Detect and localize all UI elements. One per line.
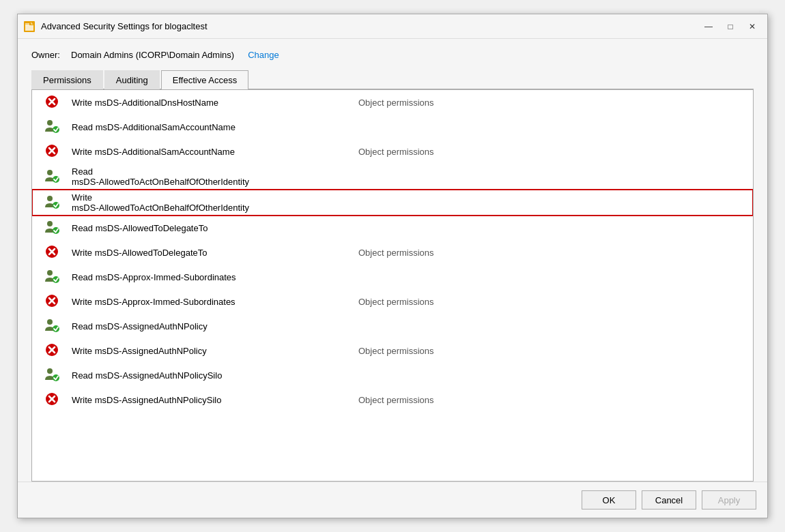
- row-icon-cell: [32, 338, 66, 363]
- svg-point-20: [47, 270, 53, 276]
- row-permission: Write msDS-AssignedAuthNPolicy: [66, 338, 353, 363]
- row-info: Object permissions: [353, 90, 753, 115]
- maximize-button[interactable]: □: [721, 20, 740, 33]
- table-row[interactable]: Write msDS-AdditionalSamAccountNameObjec…: [32, 139, 753, 164]
- allow-icon: [44, 168, 59, 183]
- row-permission: Read msDS-AssignedAuthNPolicy: [66, 314, 353, 338]
- owner-value: Domain Admins (ICORP\Domain Admins): [71, 50, 234, 60]
- window-title: Advanced Security Settings for blogaclte…: [41, 21, 699, 31]
- table-row[interactable]: Write msDS-AssignedAuthNPolicySiloObject…: [32, 387, 753, 412]
- ok-button[interactable]: OK: [582, 490, 636, 509]
- deny-icon: [44, 143, 59, 158]
- svg-point-13: [47, 196, 53, 201]
- row-icon-cell: [32, 90, 66, 115]
- row-icon-cell: [32, 164, 66, 190]
- row-icon-cell: [32, 289, 66, 314]
- svg-point-30: [47, 368, 53, 374]
- row-info: Object permissions: [353, 338, 753, 363]
- permissions-scroll[interactable]: Write msDS-AdditionalDnsHostNameObject p…: [32, 90, 753, 481]
- row-permission: Write msDS-AllowedToActOnBehalfOfOtherId…: [66, 190, 353, 216]
- table-row[interactable]: Read msDS-Approx-Immed-Subordinates: [32, 265, 753, 289]
- svg-point-6: [47, 120, 53, 125]
- row-icon-cell: [32, 265, 66, 289]
- table-row[interactable]: Write msDS-AssignedAuthNPolicyObject per…: [32, 338, 753, 363]
- table-row[interactable]: Write msDS-AllowedToDelegateToObject per…: [32, 240, 753, 265]
- main-window: Advanced Security Settings for blogaclte…: [17, 14, 768, 518]
- row-permission: Write msDS-AssignedAuthNPolicySilo: [66, 387, 353, 412]
- svg-rect-2: [25, 23, 29, 26]
- row-icon-cell: [32, 115, 66, 139]
- row-permission: Read msDS-AdditionalSamAccountName: [66, 115, 353, 139]
- row-icon-cell: [32, 387, 66, 412]
- deny-icon: [44, 244, 59, 259]
- svg-point-15: [47, 221, 53, 226]
- tab-effective-access[interactable]: Effective Access: [161, 70, 248, 89]
- deny-icon: [44, 342, 59, 357]
- apply-button[interactable]: Apply: [702, 490, 756, 509]
- row-info: [353, 164, 753, 190]
- tab-bar: Permissions Auditing Effective Access: [31, 70, 754, 89]
- row-info: Object permissions: [353, 240, 753, 265]
- table-row[interactable]: Write msDS-Approx-Immed-SubordinatesObje…: [32, 289, 753, 314]
- row-icon-cell: [32, 216, 66, 240]
- owner-row: Owner: Domain Admins (ICORP\Domain Admin…: [31, 50, 754, 60]
- table-row[interactable]: Write msDS-AdditionalDnsHostNameObject p…: [32, 90, 753, 115]
- close-button[interactable]: ✕: [743, 20, 762, 33]
- allow-icon: [44, 318, 59, 333]
- table-row[interactable]: Read msDS-AssignedAuthNPolicySilo: [32, 363, 753, 387]
- row-permission: Write msDS-AllowedToDelegateTo: [66, 240, 353, 265]
- row-info: [353, 216, 753, 240]
- row-permission: Write msDS-Approx-Immed-Subordinates: [66, 289, 353, 314]
- row-icon-cell: [32, 190, 66, 216]
- tab-auditing[interactable]: Auditing: [104, 70, 160, 89]
- row-icon-cell: [32, 363, 66, 387]
- row-info: [353, 314, 753, 338]
- permissions-table-container: Write msDS-AdditionalDnsHostNameObject p…: [31, 89, 754, 482]
- table-row[interactable]: Read msDS-AssignedAuthNPolicy: [32, 314, 753, 338]
- row-info: Object permissions: [353, 139, 753, 164]
- minimize-button[interactable]: —: [699, 20, 718, 33]
- allow-icon: [44, 119, 59, 134]
- row-icon-cell: [32, 139, 66, 164]
- window-controls: — □ ✕: [699, 20, 762, 33]
- row-permission: Read msDS-AllowedToActOnBehalfOfOtherIde…: [66, 164, 353, 190]
- allow-icon: [44, 367, 59, 382]
- table-row[interactable]: Write msDS-AllowedToActOnBehalfOfOtherId…: [32, 190, 753, 216]
- row-permission: Write msDS-AdditionalDnsHostName: [66, 90, 353, 115]
- window-icon: [23, 20, 35, 33]
- row-info: [353, 115, 753, 139]
- row-permission: Read msDS-Approx-Immed-Subordinates: [66, 265, 353, 289]
- row-icon-cell: [32, 314, 66, 338]
- row-permission: Write msDS-AdditionalSamAccountName: [66, 139, 353, 164]
- titlebar: Advanced Security Settings for blogaclte…: [18, 14, 767, 39]
- deny-icon: [44, 94, 59, 109]
- svg-point-11: [47, 170, 53, 175]
- tab-permissions[interactable]: Permissions: [31, 70, 103, 89]
- row-info: [353, 190, 753, 216]
- deny-icon: [44, 293, 59, 308]
- svg-rect-1: [25, 25, 33, 31]
- main-content: Owner: Domain Admins (ICORP\Domain Admin…: [18, 39, 767, 482]
- row-info: [353, 265, 753, 289]
- allow-icon: [44, 194, 59, 209]
- row-permission: Read msDS-AllowedToDelegateTo: [66, 216, 353, 240]
- owner-change-link[interactable]: Change: [248, 50, 279, 60]
- row-icon-cell: [32, 240, 66, 265]
- deny-icon: [44, 391, 59, 407]
- table-row[interactable]: Read msDS-AllowedToDelegateTo: [32, 216, 753, 240]
- cancel-button[interactable]: Cancel: [642, 490, 696, 509]
- row-info: Object permissions: [353, 387, 753, 412]
- svg-point-25: [47, 319, 53, 325]
- table-row[interactable]: Read msDS-AllowedToActOnBehalfOfOtherIde…: [32, 164, 753, 190]
- allow-icon: [44, 220, 59, 235]
- footer: OK Cancel Apply: [18, 482, 767, 518]
- allow-icon: [44, 269, 59, 284]
- row-info: [353, 363, 753, 387]
- permissions-table: Write msDS-AdditionalDnsHostNameObject p…: [32, 90, 753, 412]
- table-row[interactable]: Read msDS-AdditionalSamAccountName: [32, 115, 753, 139]
- row-permission: Read msDS-AssignedAuthNPolicySilo: [66, 363, 353, 387]
- row-info: Object permissions: [353, 289, 753, 314]
- owner-label: Owner:: [31, 50, 66, 60]
